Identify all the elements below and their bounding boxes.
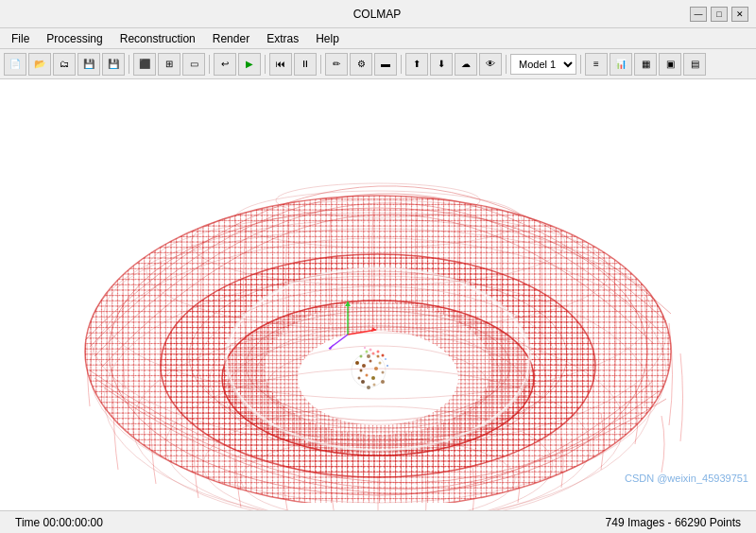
minimize-button[interactable]: —: [690, 7, 707, 22]
stats-button[interactable]: 📊: [610, 53, 632, 76]
svg-point-25: [371, 376, 375, 380]
import-button[interactable]: ⬆: [405, 53, 428, 76]
window-title: COLMAP: [64, 8, 690, 21]
3d-visualization: [0, 79, 756, 510]
close-button[interactable]: ✕: [731, 7, 748, 22]
viewport[interactable]: CSDN @weixin_45939751: [0, 79, 756, 510]
sep6: [506, 55, 507, 74]
svg-point-42: [385, 358, 387, 360]
svg-point-30: [355, 361, 359, 365]
watermark: CSDN @weixin_45939751: [625, 473, 748, 484]
menu-file[interactable]: File: [4, 30, 37, 47]
layout1-button[interactable]: ▦: [634, 53, 657, 76]
menu-render[interactable]: Render: [205, 30, 257, 47]
svg-point-32: [361, 380, 365, 384]
svg-point-41: [360, 355, 363, 358]
model-selector[interactable]: Model 1 Model 2 Model 3: [510, 54, 576, 75]
svg-point-45: [364, 347, 366, 349]
svg-point-44: [369, 349, 372, 352]
export-button[interactable]: ⬇: [430, 53, 453, 76]
svg-point-36: [367, 386, 370, 389]
tool-b[interactable]: ⊞: [158, 53, 180, 76]
undo-button[interactable]: ↩: [214, 53, 236, 76]
svg-point-33: [373, 384, 376, 387]
new-button[interactable]: 📄: [4, 53, 26, 76]
svg-point-28: [367, 354, 370, 358]
sep7: [580, 55, 581, 74]
svg-point-21: [362, 364, 366, 368]
stop-button[interactable]: ⏸: [294, 53, 317, 76]
window-controls[interactable]: — □ ✕: [690, 7, 748, 22]
svg-point-31: [382, 371, 385, 374]
save-button[interactable]: 💾: [77, 53, 100, 76]
stats-display: 749 Images - 66290 Points: [606, 516, 741, 529]
svg-point-43: [387, 365, 388, 367]
sep1: [129, 55, 129, 74]
sep4: [320, 55, 321, 74]
svg-point-40: [366, 351, 369, 353]
svg-point-29: [377, 355, 380, 358]
tool-a[interactable]: ⬛: [133, 53, 156, 76]
maximize-button[interactable]: □: [711, 7, 728, 22]
open2-button[interactable]: 🗂: [53, 53, 76, 76]
menu-extras[interactable]: Extras: [259, 30, 306, 47]
svg-point-27: [379, 362, 382, 365]
title-bar: COLMAP — □ ✕: [0, 0, 756, 28]
open-button[interactable]: 📂: [28, 53, 51, 76]
pencil-button[interactable]: ✏: [325, 53, 348, 76]
sep3: [265, 55, 266, 74]
toolbar: 📄 📂 🗂 💾 💾 ⬛ ⊞ ▭ ↩ ▶ ⏮ ⏸ ✏ ⚙ ▬ ⬆ ⬇ ☁ 👁 Mo…: [0, 49, 756, 79]
list-button[interactable]: ≡: [585, 53, 608, 76]
status-bar: Time 00:00:00:00 749 Images - 66290 Poin…: [0, 510, 756, 533]
prev-button[interactable]: ⏮: [269, 53, 292, 76]
svg-point-35: [358, 377, 361, 380]
rect-button[interactable]: ▬: [374, 53, 397, 76]
layout3-button[interactable]: ▤: [683, 53, 706, 76]
layout2-button[interactable]: ▣: [659, 53, 681, 76]
sep5: [401, 55, 402, 74]
svg-point-37: [372, 352, 375, 355]
menu-processing[interactable]: Processing: [39, 30, 110, 47]
svg-point-39: [382, 354, 385, 357]
svg-point-16: [222, 301, 534, 456]
time-display: Time 00:00:00:00: [15, 516, 103, 529]
menu-help[interactable]: Help: [308, 30, 347, 47]
save2-button[interactable]: 💾: [102, 53, 125, 76]
svg-point-26: [360, 370, 363, 372]
tool-c[interactable]: ▭: [182, 53, 205, 76]
cloud-button[interactable]: ☁: [455, 53, 477, 76]
sep2: [209, 55, 210, 74]
svg-point-24: [366, 374, 369, 377]
svg-point-38: [377, 351, 380, 353]
play-button[interactable]: ▶: [238, 53, 261, 76]
menu-bar: File Processing Reconstruction Render Ex…: [0, 28, 756, 49]
view-button[interactable]: 👁: [479, 53, 502, 76]
menu-reconstruction[interactable]: Reconstruction: [112, 30, 203, 47]
svg-point-22: [369, 360, 372, 363]
settings-button[interactable]: ⚙: [350, 53, 372, 76]
svg-point-34: [381, 380, 385, 384]
